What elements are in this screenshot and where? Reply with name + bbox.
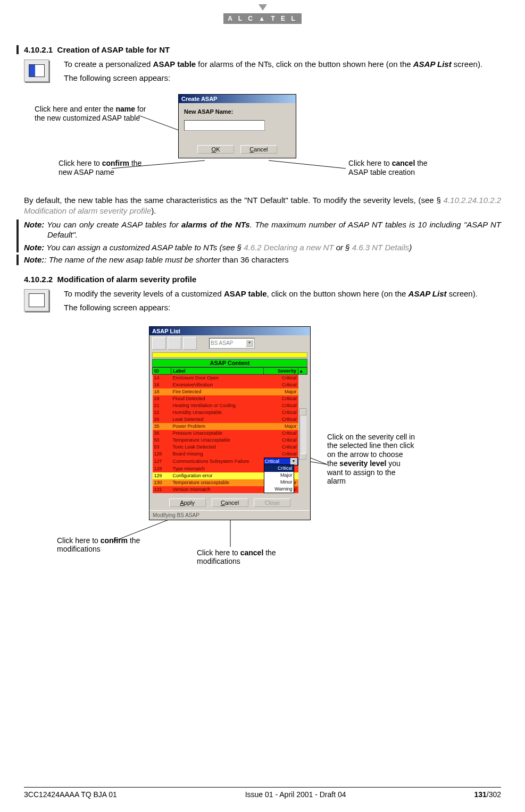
new-asap-name-label: New ASAP Name: [184, 108, 290, 115]
table-row[interactable]: 126Board missingCritical [153, 451, 307, 458]
table-row[interactable]: 127Communications Subsystem FailureCriti… [153, 458, 307, 466]
svg-line-2 [269, 160, 346, 168]
table-row[interactable]: 50Temperature UnacceptableCritical [153, 437, 307, 444]
create-asap-icon [24, 60, 49, 82]
callout-cancel-2: Click here to cancel the modifications [197, 548, 282, 566]
table-row[interactable]: 22Humidity UnacceptableCritical [153, 409, 307, 416]
doc-issue: Issue 01 - April 2001 - Draft 04 [245, 790, 346, 799]
col-scroll-header: ▴ [298, 367, 307, 374]
close-button[interactable]: Close [254, 498, 290, 507]
toolbar-button-2[interactable] [168, 337, 181, 350]
create-asap-dialog: Create ASAP New ASAP Name: OK Cancel [178, 94, 296, 158]
new-asap-name-input[interactable] [184, 120, 265, 131]
col-id: ID [153, 367, 171, 374]
content-header: ASAP Content [152, 359, 307, 367]
section-heading-1: 4.10.2.1 Creation of ASAP table for NT [24, 45, 501, 54]
callout-confirm-2: Click here to confirm the modifications [57, 536, 142, 554]
doc-ref: 3CC12424AAAA TQ BJA 01 [24, 790, 117, 799]
apply-button[interactable]: Apply [169, 498, 206, 507]
table-row[interactable]: 26Leak DetectedCritical [153, 416, 307, 423]
dialog-title: Create ASAP [179, 95, 296, 103]
section-heading-2: 4.10.2.2 Modification of alarm severity … [24, 275, 501, 284]
table-row[interactable]: 19Flood DetectedCritical [153, 395, 307, 402]
page-number: 131/302 [474, 790, 501, 799]
asap-selector[interactable]: BS ASAP▾ [209, 338, 255, 349]
callout-name: Click here and enter the name for the ne… [35, 105, 146, 123]
note-3: Note:: The name of the new asap table mu… [24, 255, 501, 265]
col-severity: Severity [264, 367, 298, 374]
toolbar-button-1[interactable] [152, 337, 166, 350]
table-row[interactable]: 53Toxic Leak DetectedCritical [153, 444, 307, 451]
dialog2-title: ASAP List [149, 327, 310, 335]
ok-button[interactable]: OK [197, 145, 234, 154]
note-2: Note: You can assign a customized ASAP t… [24, 242, 501, 253]
modify-asap-icon [24, 289, 49, 311]
table-row[interactable]: 21Heating Ventilation or CoolingCritical [153, 402, 307, 409]
asap-content-table: ID Label Severity ▴ 14Enclosure Door Ope… [152, 367, 307, 493]
toolbar-button-3[interactable] [183, 337, 197, 350]
asap-list-dialog: ASAP List BS ASAP▾ ASAP Content ID Label… [149, 326, 311, 520]
cancel-button-2[interactable]: Cancel [212, 498, 248, 507]
table-row[interactable]: 14Enclosure Door OpenCritical [153, 374, 307, 382]
status-bar: Modifying BS ASAP [149, 510, 310, 520]
table-row[interactable]: 35Power ProblemMajor [153, 423, 307, 430]
logo: A L C ▲ T E L [24, 0, 501, 40]
severity-dropdown[interactable]: CriticalMajorMinorWarning [264, 464, 294, 493]
table-row[interactable]: 18Fire DetectedMajor [153, 388, 307, 395]
table-row[interactable]: 36Pressure UnacceptableCritical [153, 430, 307, 437]
col-label: Label [171, 367, 264, 374]
toolbar: BS ASAP▾ [149, 335, 310, 351]
filter-bar [152, 352, 307, 358]
callout-cancel-1: Click here to cancel the ASAP table crea… [348, 159, 444, 177]
section2-text: To modify the severity levels of a custo… [64, 288, 501, 313]
page-footer: 3CC12424AAAA TQ BJA 01 Issue 01 - April … [24, 787, 501, 799]
section1-text: To create a personalized ASAP table for … [64, 58, 501, 83]
scrollbar[interactable] [299, 409, 307, 460]
cancel-button[interactable]: Cancel [240, 145, 277, 154]
callout-severity: Click on the severity cell in the select… [327, 433, 415, 486]
table-row[interactable]: 16ExcessiveVibrationCritical [153, 382, 307, 388]
note-1: Note: You can only create ASAP tables fo… [24, 219, 501, 240]
callout-confirm-1: Click here to confirm the new ASAP name [59, 159, 144, 177]
para-after-dialog1: By default, the new table has the same c… [24, 195, 501, 217]
